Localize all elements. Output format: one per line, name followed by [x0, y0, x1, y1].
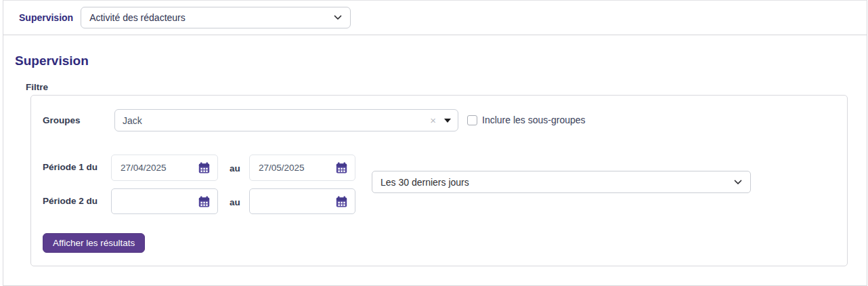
topbar-supervision-label: Supervision — [19, 12, 73, 23]
period1-au-label: au — [230, 163, 240, 173]
main-content: Supervision Filtre Groupes Jack × Inclur… — [3, 54, 867, 266]
calendar-icon[interactable] — [336, 162, 347, 173]
period2-to-input[interactable] — [250, 197, 336, 207]
period1-from-input[interactable] — [112, 163, 198, 173]
calendar-icon[interactable] — [198, 196, 210, 207]
period1-from-field — [111, 155, 218, 181]
period2-au-label: au — [230, 197, 240, 207]
topbar: Supervision Activité des rédacteurs — [3, 1, 867, 35]
groups-label: Groupes — [43, 115, 81, 125]
period2-to-field — [249, 188, 355, 214]
caret-down-icon[interactable] — [444, 119, 451, 123]
groups-combobox-value: Jack — [123, 115, 430, 126]
period1-to-field — [249, 155, 355, 181]
report-type-select-value: Activité des rédacteurs — [89, 12, 186, 23]
report-type-select[interactable]: Activité des rédacteurs — [81, 7, 351, 28]
page-title: Supervision — [15, 54, 867, 68]
supervision-page: Supervision Activité des rédacteurs Supe… — [3, 0, 867, 286]
date-range-preset-value: Les 30 derniers jours — [381, 177, 469, 188]
period2-from-field — [111, 188, 218, 214]
calendar-icon[interactable] — [336, 196, 347, 207]
clear-x-icon[interactable]: × — [430, 115, 436, 125]
include-subgroups-checkbox[interactable] — [467, 115, 477, 125]
period1-to-input[interactable] — [250, 163, 336, 173]
groups-combobox[interactable]: Jack × — [114, 109, 458, 131]
filter-box: Groupes Jack × Inclure les sous-groupes … — [30, 95, 848, 266]
calendar-icon[interactable] — [198, 162, 210, 173]
chevron-down-icon — [734, 180, 742, 185]
filter-legend: Filtre — [26, 82, 867, 92]
include-subgroups-label: Inclure les sous-groupes — [482, 115, 586, 125]
chevron-down-icon — [334, 15, 342, 20]
period2-label: Période 2 du — [43, 196, 97, 206]
date-range-preset-select[interactable]: Les 30 derniers jours — [372, 171, 751, 193]
period1-label: Période 1 du — [43, 162, 97, 172]
period2-from-input[interactable] — [112, 197, 198, 207]
show-results-button[interactable]: Afficher les résultats — [43, 233, 145, 253]
